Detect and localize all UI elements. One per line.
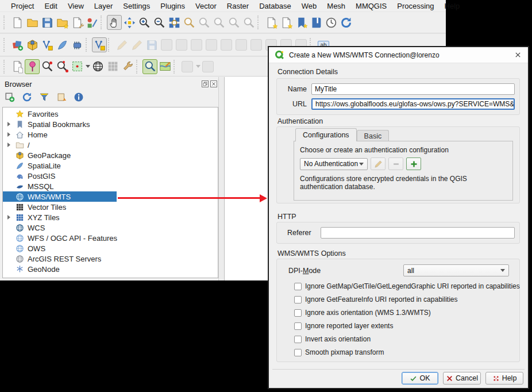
tree-item-spatialite[interactable]: SpatiaLite [3,160,218,171]
tree-item-postgis[interactable]: PostGIS [3,171,218,181]
close-panel-icon[interactable] [210,80,217,87]
tree-item-vector-tiles[interactable]: Vector Tiles [3,202,218,212]
cancel-button[interactable]: Cancel [443,372,481,385]
add-feature-icon[interactable] [174,37,189,52]
select-region-icon[interactable] [70,59,84,74]
delete-selected-icon[interactable] [219,37,234,52]
menu-mesh[interactable]: Mesh [322,2,350,10]
zoom-next-icon[interactable] [241,15,256,30]
zoom-in-icon[interactable] [137,15,152,30]
web-globe-icon[interactable] [90,59,105,74]
checkbox-ignore-layer-extents[interactable]: Ignore reported layer extents [294,321,393,330]
copy-features-icon[interactable] [249,37,264,52]
select-features-icon[interactable] [180,59,195,74]
add-auth-icon[interactable] [406,157,421,170]
tree-item-xyz-tiles[interactable]: XYZ Tiles [3,212,218,222]
new-3d-map-view-icon[interactable] [279,15,294,30]
ok-button[interactable]: OK [402,372,438,385]
select-features-dropdown-icon[interactable] [196,65,201,68]
dialog-titlebar[interactable]: Create a New WMS/WMTS Connection@lorenzo [269,47,528,63]
checkbox-icon[interactable] [294,296,302,303]
menu-web[interactable]: Web [296,2,322,10]
checkbox-invert-axis[interactable]: Invert axis orientation [294,335,371,344]
zoom-out-icon[interactable] [152,15,167,30]
style-manager-icon[interactable] [84,15,99,30]
tree-item-wcs[interactable]: WCS [3,222,218,233]
menu-edit[interactable]: Edit [39,2,62,10]
url-input[interactable]: https://ows.globalfloods.eu/glofas-ows/o… [311,98,515,110]
checkbox-icon[interactable] [294,322,302,330]
map-canvas[interactable] [224,77,272,280]
zoom-points-icon[interactable] [55,59,70,74]
dpi-mode-combo[interactable]: all [403,264,509,276]
panel-scrollbar[interactable] [218,77,224,280]
temporal-controller-icon[interactable] [323,15,338,30]
checkbox-ignore-getmap[interactable]: Ignore GetMap/GetTile/GetLegendGraphic U… [294,282,520,291]
toolbar-grip[interactable] [3,16,7,29]
help-button[interactable]: Help [485,372,523,385]
referer-input[interactable] [321,227,515,239]
toolbar-grip[interactable] [101,16,105,29]
select-region-dropdown-icon[interactable] [86,65,90,68]
menu-vector[interactable]: Vector [190,2,222,10]
new-shapefile-icon[interactable] [40,37,55,52]
processing-wrench-icon[interactable] [120,59,135,74]
zoom-to-selection-icon[interactable] [182,15,196,30]
tree-item-geonode[interactable]: GeoNode [3,264,218,274]
cut-features-icon[interactable] [234,37,249,52]
save-edits-icon[interactable] [144,37,159,52]
tree-item-root[interactable]: / [3,140,218,150]
expand-arrow-icon[interactable] [7,122,10,126]
new-spatialite-icon[interactable] [55,37,70,52]
vertex-tool-icon[interactable] [189,37,204,52]
checkbox-ignore-getfeatureinfo[interactable]: Ignore GetFeatureInfo URI reported in ca… [294,295,457,304]
open-attribute-form-icon[interactable] [201,59,215,74]
open-project-icon[interactable] [25,15,40,30]
menu-help[interactable]: Help [440,2,465,10]
new-geopackage-icon[interactable] [25,37,40,52]
expand-arrow-icon[interactable] [7,143,10,147]
attributes-table-icon[interactable] [204,37,219,52]
zoom-last-icon[interactable] [226,15,241,30]
tree-item-geopackage[interactable]: GeoPackage [3,150,218,160]
checkbox-icon[interactable] [294,283,302,290]
mmqgis-map-icon[interactable] [157,59,172,74]
float-panel-icon[interactable] [202,80,209,87]
toolbar-grip[interactable] [3,38,7,52]
toolbar-grip[interactable] [3,60,7,74]
menu-processing[interactable]: Processing [392,2,439,10]
tree-item-spatial-bookmarks[interactable]: Spatial Bookmarks [3,119,218,129]
tree-item-arcgis-rest[interactable]: ArcGIS REST Servers [3,253,218,264]
identify-features-icon[interactable] [142,59,157,74]
menu-settings[interactable]: Settings [118,2,155,10]
digitize-icon[interactable] [159,37,174,52]
new-layout-icon[interactable] [55,15,70,30]
checkbox-icon[interactable] [294,336,302,343]
zoom-native-icon[interactable] [211,15,226,30]
collapse-all-icon[interactable] [55,91,68,103]
name-input[interactable]: MyTitle [311,83,515,95]
properties-widget-icon[interactable] [72,91,85,103]
menu-plugins[interactable]: Plugins [155,2,190,10]
auth-config-combo[interactable]: No Authentication [300,158,368,170]
toolbar-grip[interactable] [257,16,261,29]
tree-item-ows[interactable]: OWS [3,243,218,253]
copy-style-icon[interactable] [10,59,25,74]
tree-item-home[interactable]: Home [3,129,218,140]
remove-auth-icon[interactable] [388,157,403,170]
zoom-highlight-icon[interactable] [40,59,55,74]
new-vector-layer-icon[interactable] [92,37,107,52]
new-virtual-layer-icon[interactable] [70,37,84,52]
toolbar-grip[interactable] [136,60,140,74]
tab-basic[interactable]: Basic [357,130,390,141]
toggle-editing-icon[interactable] [129,37,144,52]
current-edits-icon[interactable] [114,37,129,52]
tree-item-wfs[interactable]: WFS / OGC API - Features [3,233,218,243]
show-bookmarks-icon[interactable] [309,15,323,30]
new-map-view-icon[interactable] [264,15,279,30]
menu-project[interactable]: Project [6,2,39,10]
menu-database[interactable]: Database [254,2,296,10]
toolbar-grip[interactable] [174,60,178,74]
zoom-full-icon[interactable] [167,15,182,30]
move-xy-icon[interactable] [105,59,120,74]
